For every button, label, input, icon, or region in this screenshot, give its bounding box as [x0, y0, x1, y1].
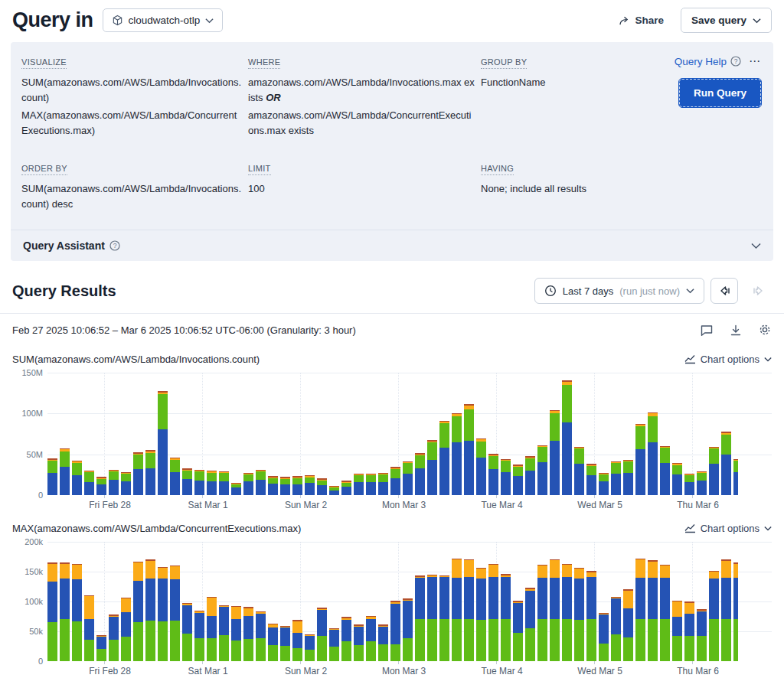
stacked-bar[interactable]	[280, 477, 290, 495]
stacked-bar[interactable]	[182, 603, 192, 661]
limit-value[interactable]: 100	[248, 181, 475, 197]
stacked-bar[interactable]	[697, 471, 707, 495]
stacked-bar[interactable]	[268, 476, 278, 495]
stacked-bar[interactable]	[354, 624, 364, 661]
stacked-bar[interactable]	[733, 459, 738, 495]
stacked-bar[interactable]	[96, 635, 106, 661]
stacked-bar[interactable]	[439, 575, 449, 661]
stacked-bar[interactable]	[464, 404, 474, 495]
stacked-bar[interactable]	[341, 617, 351, 661]
stacked-bar[interactable]	[464, 559, 474, 661]
stacked-bar[interactable]	[586, 571, 596, 661]
stacked-bar[interactable]	[256, 611, 266, 661]
stacked-bar[interactable]	[415, 453, 425, 495]
history-back-button[interactable]	[710, 278, 738, 304]
stacked-bar[interactable]	[60, 448, 70, 495]
stacked-bar[interactable]	[47, 458, 57, 495]
stacked-bar[interactable]	[170, 566, 180, 662]
comment-icon[interactable]	[700, 324, 714, 337]
visualize-clause[interactable]: MAX(amazonaws.com/AWS/Lambda/ConcurrentE…	[21, 108, 242, 138]
more-options-button[interactable]: ⋯	[749, 54, 761, 68]
stacked-bar[interactable]	[231, 606, 241, 661]
group-by-section[interactable]: GROUP BY FunctionName	[481, 54, 642, 138]
stacked-bar[interactable]	[84, 595, 94, 662]
stacked-bar[interactable]	[305, 634, 315, 661]
stacked-bar[interactable]	[586, 464, 596, 495]
stacked-bar[interactable]	[574, 447, 584, 495]
chart-plot-area[interactable]	[47, 542, 772, 661]
stacked-bar[interactable]	[513, 464, 523, 495]
stacked-bar[interactable]	[121, 472, 131, 495]
stacked-bar[interactable]	[525, 588, 535, 661]
stacked-bar[interactable]	[231, 483, 241, 495]
visualize-clause[interactable]: SUM(amazonaws.com/AWS/Lambda/Invocations…	[21, 75, 242, 105]
stacked-bar[interactable]	[243, 473, 253, 495]
stacked-bar[interactable]	[329, 628, 339, 661]
stacked-bar[interactable]	[648, 412, 658, 495]
stacked-bar[interactable]	[709, 571, 719, 661]
stacked-bar[interactable]	[672, 601, 682, 661]
stacked-bar[interactable]	[733, 562, 738, 661]
stacked-bar[interactable]	[354, 474, 364, 495]
stacked-bar[interactable]	[488, 454, 498, 495]
stacked-bar[interactable]	[268, 624, 278, 661]
stacked-bar[interactable]	[292, 620, 302, 661]
stacked-bar[interactable]	[635, 559, 645, 661]
stacked-bar[interactable]	[280, 626, 290, 661]
stacked-bar[interactable]	[684, 474, 694, 495]
stacked-bar[interactable]	[84, 471, 94, 495]
stacked-bar[interactable]	[660, 446, 670, 495]
run-query-button[interactable]: Run Query	[679, 79, 761, 107]
stacked-bar[interactable]	[599, 473, 609, 495]
stacked-bar[interactable]	[488, 564, 498, 661]
stacked-bar[interactable]	[182, 468, 192, 495]
dataset-dropdown[interactable]: cloudwatch-otlp	[103, 8, 224, 32]
stacked-bar[interactable]	[47, 562, 57, 661]
stacked-bar[interactable]	[243, 607, 253, 661]
stacked-bar[interactable]	[72, 461, 82, 495]
query-assistant-toggle[interactable]: Query Assistant ?	[11, 230, 773, 261]
stacked-bar[interactable]	[329, 486, 339, 495]
query-help-link[interactable]: Query Help ?	[675, 56, 741, 67]
chart-options-button[interactable]: Chart options	[684, 523, 772, 534]
stacked-bar[interactable]	[537, 445, 547, 495]
stacked-bar[interactable]	[574, 568, 584, 661]
stacked-bar[interactable]	[562, 564, 572, 661]
stacked-bar[interactable]	[513, 601, 523, 661]
visualize-section[interactable]: VISUALIZE SUM(amazonaws.com/AWS/Lambda/I…	[21, 54, 242, 138]
stacked-bar[interactable]	[476, 438, 486, 495]
stacked-bar[interactable]	[158, 567, 168, 661]
stacked-bar[interactable]	[341, 481, 351, 495]
stacked-bar[interactable]	[121, 598, 131, 661]
stacked-bar[interactable]	[133, 562, 143, 661]
stacked-bar[interactable]	[366, 616, 376, 661]
stacked-bar[interactable]	[427, 440, 437, 495]
stacked-bar[interactable]	[317, 608, 327, 661]
stacked-bar[interactable]	[194, 470, 204, 495]
stacked-bar[interactable]	[109, 614, 119, 661]
stacked-bar[interactable]	[476, 568, 486, 661]
stacked-bar[interactable]	[599, 613, 609, 661]
stacked-bar[interactable]	[611, 461, 621, 495]
group-by-value[interactable]: FunctionName	[481, 75, 642, 90]
share-button[interactable]: Share	[619, 15, 664, 26]
chart-options-button[interactable]: Chart options	[684, 354, 772, 365]
stacked-bar[interactable]	[60, 562, 70, 661]
stacked-bar[interactable]	[525, 456, 535, 495]
time-range-dropdown[interactable]: Last 7 days (run just now)	[534, 278, 704, 304]
stacked-bar[interactable]	[709, 447, 719, 495]
stacked-bar[interactable]	[256, 470, 266, 495]
stacked-bar[interactable]	[378, 473, 388, 495]
stacked-bar[interactable]	[501, 574, 511, 661]
having-value[interactable]: None; include all results	[481, 181, 642, 197]
stacked-bar[interactable]	[96, 477, 106, 495]
stacked-bar[interactable]	[611, 597, 621, 661]
stacked-bar[interactable]	[403, 461, 413, 495]
stacked-bar[interactable]	[501, 459, 511, 495]
where-clause[interactable]: amazonaws.com/AWS/Lambda/Invocations.max…	[248, 75, 475, 105]
stacked-bar[interactable]	[219, 471, 229, 495]
stacked-bar[interactable]	[133, 452, 143, 495]
stacked-bar[interactable]	[207, 471, 217, 495]
stacked-bar[interactable]	[378, 624, 388, 661]
stacked-bar[interactable]	[170, 458, 180, 495]
